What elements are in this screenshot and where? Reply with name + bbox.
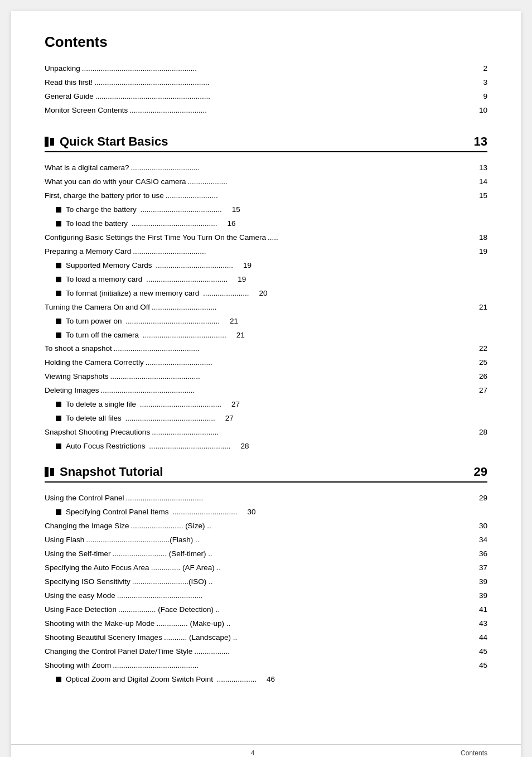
- sub-entry: Auto Focus Restrictions ................…: [45, 440, 249, 454]
- entry-page: 37: [471, 561, 487, 575]
- entry-page: 21: [221, 315, 238, 329]
- entry-label: Supported Memory Cards: [66, 259, 152, 273]
- main-toc-entry: To shoot a snapshot ....................…: [45, 342, 487, 356]
- entry-label: Shooting Beautiful Scenery Images: [45, 631, 162, 645]
- entry-label: To turn power on: [66, 315, 122, 329]
- entry-dots: ........................................…: [122, 315, 222, 329]
- entry-dots: .......................................: [136, 398, 223, 412]
- main-toc-entry: Using the easy Mode ....................…: [45, 589, 487, 603]
- icon-bar-tall: [45, 467, 49, 477]
- sub-label-wrap: To delete all files ....................…: [66, 412, 234, 426]
- sub-entry: To turn off the camera .................…: [45, 329, 245, 343]
- section-header-left: Quick Start Basics: [45, 134, 168, 149]
- entry-page: 34: [471, 533, 487, 547]
- entry-label: Changing the Control Panel Date/Time Sty…: [45, 645, 192, 659]
- entry-label: Using the easy Mode: [45, 589, 115, 603]
- entry-dots: .....................................: [152, 259, 235, 273]
- toc-entry: Unpacking ..............................…: [45, 62, 487, 76]
- entry-dots: ................................: [144, 356, 471, 370]
- bullet-icon: [56, 416, 61, 421]
- entry-label: Deleting Images: [45, 384, 99, 398]
- main-toc-entry: Changing the Image Size ................…: [45, 519, 487, 533]
- entry-dots: ...................: [186, 175, 471, 189]
- entry-dots: ......................: [199, 287, 250, 301]
- entry-page: 43: [471, 617, 487, 631]
- entry-label: Viewing Snapshots: [45, 370, 109, 384]
- entry-label: To load a memory card: [66, 273, 142, 287]
- entry-dots: ........................................…: [122, 412, 217, 426]
- sub-toc-entry: Auto Focus Restrictions ................…: [45, 440, 487, 454]
- entry-label: What is a digital camera?: [45, 161, 129, 175]
- sub-label-wrap: To turn off the camera .................…: [66, 329, 245, 343]
- sub-label-wrap: To charge the battery ..................…: [66, 203, 240, 217]
- sub-toc-entry: To load a memory card ..................…: [45, 273, 487, 287]
- entry-dots: .......................................: [142, 273, 229, 287]
- entry-dots: .....: [266, 231, 471, 245]
- entry-page: 45: [471, 659, 487, 673]
- main-toc-entry: Viewing Snapshots ......................…: [45, 370, 487, 384]
- bullet-icon: [56, 443, 61, 449]
- entry-label: To delete a single file: [66, 398, 136, 412]
- entry-dots: ................................: [150, 426, 471, 440]
- entry-page: 21: [228, 329, 245, 343]
- entry-page: 18: [471, 231, 487, 245]
- sub-entry: To turn power on .......................…: [45, 315, 238, 329]
- entry-label: First, charge the battery prior to use: [45, 189, 164, 203]
- sub-toc-entry: To delete all files ....................…: [45, 412, 487, 426]
- entry-page: 13: [471, 161, 487, 175]
- entry-label: Optical Zoom and Digital Zoom Switch Poi…: [66, 673, 213, 687]
- entry-label: To format (initialize) a new memory card: [66, 287, 199, 301]
- entry-label: Monitor Screen Contents: [45, 104, 128, 118]
- entry-dots: .............. (AF Area) ..: [149, 561, 471, 575]
- entry-dots: ........................................…: [115, 589, 471, 603]
- sub-entry: Supported Memory Cards .................…: [45, 259, 252, 273]
- sub-entry: To charge the battery ..................…: [45, 203, 240, 217]
- entry-dots: ........................................…: [128, 217, 219, 231]
- entry-label: To charge the battery: [66, 203, 137, 217]
- entry-page: 28: [471, 426, 487, 440]
- sub-label-wrap: To format (initialize) a new memory card…: [66, 287, 268, 301]
- entry-page: 30: [471, 519, 487, 533]
- entry-label: General Guide: [45, 90, 94, 104]
- entry-page: 44: [471, 631, 487, 645]
- sub-label-wrap: To turn power on .......................…: [66, 315, 238, 329]
- entry-dots: .....................................: [124, 491, 471, 505]
- entry-label: Using the Control Panel: [45, 491, 124, 505]
- section-icon: [45, 467, 54, 477]
- entry-label: Shooting with Zoom: [45, 659, 111, 673]
- sub-label-wrap: Specifying Control Panel Items .........…: [66, 505, 256, 519]
- entry-label: Turning the Camera On and Off: [45, 301, 150, 315]
- sub-toc-entry: To load the battery ....................…: [45, 217, 487, 231]
- entry-label: Configuring Basic Settings the First Tim…: [45, 231, 266, 245]
- entry-page: 2: [471, 62, 487, 76]
- entry-dots: ...................................: [131, 245, 471, 259]
- entry-page: 27: [217, 412, 234, 426]
- main-toc-entry: Shooting with the Make-up Mode .........…: [45, 617, 487, 631]
- main-toc-entry: Deleting Images ........................…: [45, 384, 487, 398]
- entry-page: 45: [471, 645, 487, 659]
- entry-dots: ............... (Make-up) ..: [154, 617, 471, 631]
- entry-label: What you can do with your CASIO camera: [45, 175, 186, 189]
- entry-dots: ........................................: [139, 329, 228, 343]
- entry-page: 25: [471, 356, 487, 370]
- intro-toc: Unpacking ..............................…: [45, 62, 487, 118]
- main-toc-entry: Changing the Control Panel Date/Time Sty…: [45, 645, 487, 659]
- entry-dots: .................: [192, 645, 471, 659]
- page: Contents Unpacking .....................…: [11, 11, 521, 757]
- bullet-icon: [56, 509, 61, 515]
- bullet-icon: [56, 277, 61, 282]
- sub-entry: To load a memory card ..................…: [45, 273, 246, 287]
- entry-dots: ........... (Landscape) ..: [162, 631, 471, 645]
- main-toc-entry: Configuring Basic Settings the First Tim…: [45, 231, 487, 245]
- main-toc-entry: Specifying ISO Sensitivity .............…: [45, 575, 487, 589]
- toc-entry: General Guide ..........................…: [45, 90, 487, 104]
- entry-page: 39: [471, 589, 487, 603]
- sub-entry: To format (initialize) a new memory card…: [45, 287, 268, 301]
- entry-page: 19: [229, 273, 246, 287]
- main-toc-entry: Turning the Camera On and Off ..........…: [45, 301, 487, 315]
- entry-dots: .....................................: [128, 104, 471, 118]
- entry-page: 19: [235, 259, 252, 273]
- entry-label: Specifying ISO Sensitivity: [45, 575, 130, 589]
- entry-dots: ........................................…: [112, 342, 471, 356]
- entry-page: 21: [471, 301, 487, 315]
